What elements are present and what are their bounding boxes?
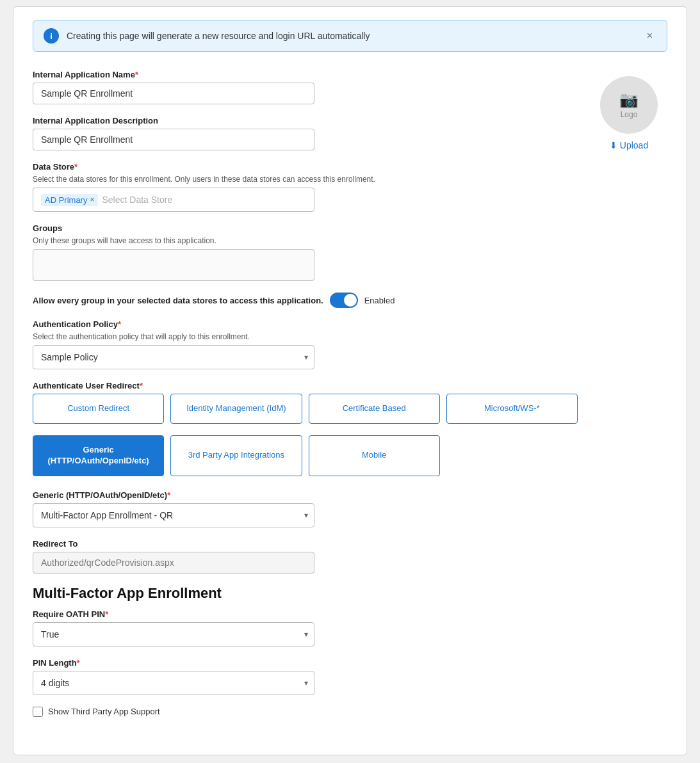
third-party-checkbox[interactable] bbox=[33, 707, 43, 717]
oath-pin-field: Require OATH PIN* True ▾ bbox=[33, 609, 578, 647]
info-icon: i bbox=[44, 28, 59, 44]
page-container: i Creating this page will generate a new… bbox=[13, 6, 687, 755]
auth-policy-select-wrapper: Sample Policy ▾ bbox=[33, 345, 314, 369]
generic-label: Generic (HTTP/OAuth/OpenID/etc)* bbox=[33, 490, 578, 500]
logo-circle: 📷 Logo bbox=[600, 76, 658, 134]
auth-policy-field: Authentication Policy* Select the authen… bbox=[33, 319, 578, 369]
redirect-custom-redirect-button[interactable]: Custom Redirect bbox=[33, 394, 164, 424]
upload-label: Upload bbox=[620, 140, 648, 150]
info-banner: i Creating this page will generate a new… bbox=[33, 20, 667, 52]
groups-input[interactable] bbox=[33, 249, 314, 281]
form-main: Internal Application Name* Internal Appl… bbox=[33, 70, 578, 717]
pin-length-label: PIN Length* bbox=[33, 658, 578, 668]
allow-group-toggle[interactable] bbox=[330, 293, 358, 308]
internal-name-input[interactable] bbox=[33, 83, 314, 104]
redirect-to-label: Redirect To bbox=[33, 539, 578, 549]
banner-text: Creating this page will generate a new r… bbox=[67, 31, 635, 41]
redirect-3rd-party-button[interactable]: 3rd Party App Integrations bbox=[170, 435, 302, 476]
toggle-label: Enabled bbox=[364, 296, 395, 305]
redirect-to-field: Redirect To bbox=[33, 539, 578, 574]
data-store-sublabel: Select the data stores for this enrollme… bbox=[33, 175, 578, 184]
auth-policy-sublabel: Select the authentication policy that wi… bbox=[33, 332, 578, 341]
form-layout: Internal Application Name* Internal Appl… bbox=[33, 70, 667, 717]
redirect-grid-row1: Custom Redirect Identity Management (IdM… bbox=[33, 394, 578, 424]
allow-group-text: Allow every group in your selected data … bbox=[33, 296, 323, 305]
auth-policy-select[interactable]: Sample Policy bbox=[33, 345, 314, 369]
banner-close-button[interactable]: × bbox=[643, 29, 656, 43]
pin-length-select-wrapper: 4 digits ▾ bbox=[33, 671, 314, 695]
generic-select-wrapper: Multi-Factor App Enrollment - QR ▾ bbox=[33, 503, 314, 527]
groups-field: Groups Only these groups will have acces… bbox=[33, 223, 578, 281]
oath-pin-select-wrapper: True ▾ bbox=[33, 622, 314, 647]
upload-button[interactable]: ⬇ Upload bbox=[610, 140, 648, 150]
data-store-placeholder: Select Data Store bbox=[102, 195, 172, 205]
data-store-tag: AD Primary × bbox=[41, 194, 98, 206]
logo-label: Logo bbox=[621, 110, 638, 119]
redirect-certificate-based-button[interactable]: Certificate Based bbox=[309, 394, 440, 424]
auth-policy-label: Authentication Policy* bbox=[33, 319, 578, 329]
redirect-to-input bbox=[33, 552, 314, 574]
generic-select[interactable]: Multi-Factor App Enrollment - QR bbox=[33, 503, 314, 527]
redirect-generic-button[interactable]: Generic (HTTP/OAuth/OpenID/etc) bbox=[33, 435, 164, 476]
third-party-checkbox-row: Show Third Party App Support bbox=[33, 707, 578, 717]
groups-sublabel: Only these groups will have access to th… bbox=[33, 236, 578, 245]
upload-icon: ⬇ bbox=[610, 140, 617, 150]
redirect-microsoft-ws-button[interactable]: Microsoft/WS-* bbox=[446, 394, 578, 424]
groups-label: Groups bbox=[33, 223, 578, 233]
section-title: Multi-Factor App Enrollment bbox=[33, 585, 578, 602]
auth-redirect-label: Authenticate User Redirect* bbox=[33, 381, 578, 390]
oath-pin-select[interactable]: True bbox=[33, 622, 314, 647]
third-party-label: Show Third Party App Support bbox=[48, 707, 160, 716]
internal-name-label: Internal Application Name* bbox=[33, 70, 578, 79]
internal-desc-label: Internal Application Description bbox=[33, 116, 578, 125]
camera-icon: 📷 bbox=[619, 91, 639, 109]
data-store-input[interactable]: AD Primary × Select Data Store bbox=[33, 188, 314, 212]
allow-group-row: Allow every group in your selected data … bbox=[33, 293, 578, 308]
redirect-mobile-button[interactable]: Mobile bbox=[309, 435, 440, 476]
pin-length-field: PIN Length* 4 digits ▾ bbox=[33, 658, 578, 695]
data-store-field: Data Store* Select the data stores for t… bbox=[33, 162, 578, 212]
data-store-tag-remove[interactable]: × bbox=[90, 195, 94, 204]
internal-name-field: Internal Application Name* bbox=[33, 70, 578, 104]
data-store-label: Data Store* bbox=[33, 162, 578, 172]
redirect-grid-row2: Generic (HTTP/OAuth/OpenID/etc) 3rd Part… bbox=[33, 435, 578, 476]
internal-desc-field: Internal Application Description bbox=[33, 116, 578, 150]
generic-field: Generic (HTTP/OAuth/OpenID/etc)* Multi-F… bbox=[33, 490, 578, 527]
pin-length-select[interactable]: 4 digits bbox=[33, 671, 314, 695]
redirect-empty-slot bbox=[446, 435, 578, 476]
redirect-identity-management-button[interactable]: Identity Management (IdM) bbox=[170, 394, 302, 424]
auth-redirect-field: Authenticate User Redirect* Custom Redir… bbox=[33, 381, 578, 476]
oath-pin-label: Require OATH PIN* bbox=[33, 609, 578, 619]
form-side: 📷 Logo ⬇ Upload bbox=[590, 70, 667, 717]
internal-desc-input[interactable] bbox=[33, 129, 314, 150]
